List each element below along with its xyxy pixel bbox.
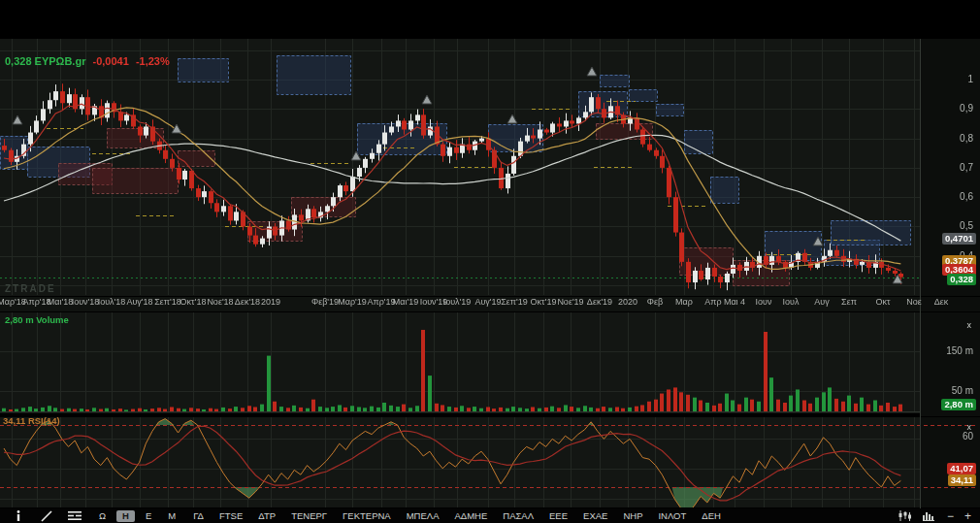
date-tick[interactable]: Νοε'19 [557,297,583,307]
watchlist: ΓΔFTSEΔΤΡΤΕΝΕΡΓΓΕΚΤΕΡΝΑΜΠΕΛΑΑΔΜΗΕΠΑΣΑΛΕΕ… [185,510,729,522]
candlestick-chart-icon[interactable] [898,509,912,522]
date-tick[interactable]: Μαρ'19 [338,297,367,307]
date-tick[interactable]: Ιουλ [783,297,800,307]
volume-badge: 2,80 m [941,399,976,410]
watchlist-item-ΤΕΝΕΡΓ[interactable]: ΤΕΝΕΡΓ [283,510,335,522]
bottom-toolbar: ΩΗΕΜ ΓΔFTSEΔΤΡΤΕΝΕΡΓΓΕΚΤΕΡΝΑΜΠΕΛΑΑΔΜΗΕΠΑ… [0,508,980,523]
symbol-legend: 0,328 ΕΥΡΩΒ.gr -0,0041 -1,23% [5,55,170,67]
date-tick[interactable]: Μαι'19 [393,297,418,307]
zoom-out-button[interactable]: − [947,510,954,522]
date-tick[interactable]: Νοε [906,297,922,307]
info-icon[interactable] [12,509,25,522]
date-tick[interactable]: Αυγ'18 [126,297,152,307]
symbol-change-pct: -1,23% [136,55,170,67]
date-tick[interactable]: Δεκ [934,297,949,307]
ztrade-watermark: ZTRADE [5,283,56,294]
date-tick[interactable]: 2019 [261,297,280,307]
watchlist-item-ΕΕΕ[interactable]: ΕΕΕ [541,510,575,522]
date-tick[interactable]: Μαι'18 [48,297,73,307]
price-axis-label: 0,6 [960,191,973,203]
date-tick[interactable]: Δεκ'19 [587,297,612,307]
watchlist-item-ΠΑΣΑΛ[interactable]: ΠΑΣΑΛ [495,510,541,522]
zoom-in-button[interactable]: + [964,510,971,522]
date-tick[interactable]: 2020 [618,297,637,307]
price-axis-label: 0,9 [960,103,973,114]
symbol-last-price: 0,328 [5,55,32,67]
price-axis-label: 1 [967,74,973,85]
volume-close-button[interactable]: x [967,320,972,330]
timeframe-button-Μ[interactable]: Μ [162,510,181,522]
timeframe-buttons: ΩΗΕΜ [93,510,181,522]
date-tick[interactable]: Οκτ'19 [531,297,557,307]
watchlist-item-FTSE[interactable]: FTSE [212,510,250,522]
price-axis-label: 0,5 [960,220,973,232]
price-badge: 0,328 [947,274,976,285]
symbol-name: ΕΥΡΩΒ.gr [35,55,86,67]
date-tick[interactable]: Σεπ'19 [501,297,528,307]
watchlist-item-ΔΕΗ[interactable]: ΔΕΗ [694,510,729,522]
volume-bars-icon[interactable] [923,509,936,522]
watchlist-item-ΝΗΡ[interactable]: ΝΗΡ [615,510,650,522]
date-tick[interactable]: Σεπ [841,297,857,307]
watchlist-item-ΕΧΑΕ[interactable]: ΕΧΑΕ [575,510,615,522]
date-tick[interactable]: Ιουν'18 [72,297,100,307]
date-tick[interactable]: Αυγ [814,297,829,307]
watchlist-item-ΜΠΕΛΑ[interactable]: ΜΠΕΛΑ [399,510,447,522]
chart-tools [12,509,82,522]
symbol-change: -0,0041 [93,55,129,67]
watchlist-item-ΑΔΜΗΕ[interactable]: ΑΔΜΗΕ [446,510,495,522]
watchlist-item-ΔΤΡ[interactable]: ΔΤΡ [250,510,283,522]
date-tick[interactable]: Ιουλ'19 [443,297,472,307]
trading-app-window: 0,328 ΕΥΡΩΒ.gr -0,0041 -1,23% ZTRADE 10,… [0,0,980,523]
price-badge: 0,4701 [942,233,976,245]
rsi-axis-label: 60 [963,431,973,442]
date-tick[interactable]: Φεβ'19 [311,297,339,307]
watchlist-item-ΓΔ[interactable]: ΓΔ [185,510,212,522]
volume-axis-label: 150 m [946,345,973,357]
date-tick[interactable]: Αυγ'19 [474,297,501,307]
price-axis-label: 0,8 [960,133,973,145]
chart-canvas[interactable] [0,0,980,523]
rsi-legend: 34,11 RSI(14) [3,415,60,426]
timeframe-button-Η[interactable]: Η [116,510,135,522]
rsi-badge: 41,07 [947,463,976,474]
watchlist-item-ΙΝΛΟΤ[interactable]: ΙΝΛΟΤ [650,510,694,522]
date-tick[interactable]: Ιουν [756,297,772,307]
watchlist-item-ΓΕΚΤΕΡΝΑ[interactable]: ΓΕΚΤΕΡΝΑ [335,510,399,522]
indicators-icon[interactable] [68,509,82,522]
date-axis[interactable]: Μαρ'18Απρ'18Μαι'18Ιουν'18Ιουλ'18Αυγ'18Σε… [0,297,980,311]
date-tick[interactable]: Απρ'19 [367,297,395,307]
date-tick[interactable]: Ιουλ'18 [98,297,126,307]
date-tick[interactable]: Δεκ'18 [235,297,260,307]
date-tick[interactable]: Φεβ [647,297,663,307]
date-tick[interactable]: Νοε'18 [207,297,233,307]
price-axis-label: 0,7 [960,162,973,174]
volume-axis-label: 50 m [952,385,973,397]
date-tick[interactable]: Μαι 4 [724,297,745,307]
date-tick[interactable]: Σεπ'18 [154,297,181,307]
draw-line-icon[interactable] [40,509,53,522]
date-tick[interactable]: Οκτ'18 [180,297,207,307]
date-tick[interactable]: Απρ [704,297,721,307]
date-tick[interactable]: Μαρ [675,297,693,307]
timeframe-button-Ω[interactable]: Ω [93,510,112,522]
rsi-badge: 34,11 [948,474,976,486]
timeframe-button-Ε[interactable]: Ε [140,510,157,522]
volume-legend: 2,80 m Volume [5,314,69,325]
toolbar-right: − + [898,509,971,522]
date-tick[interactable]: Οκτ [875,297,890,307]
